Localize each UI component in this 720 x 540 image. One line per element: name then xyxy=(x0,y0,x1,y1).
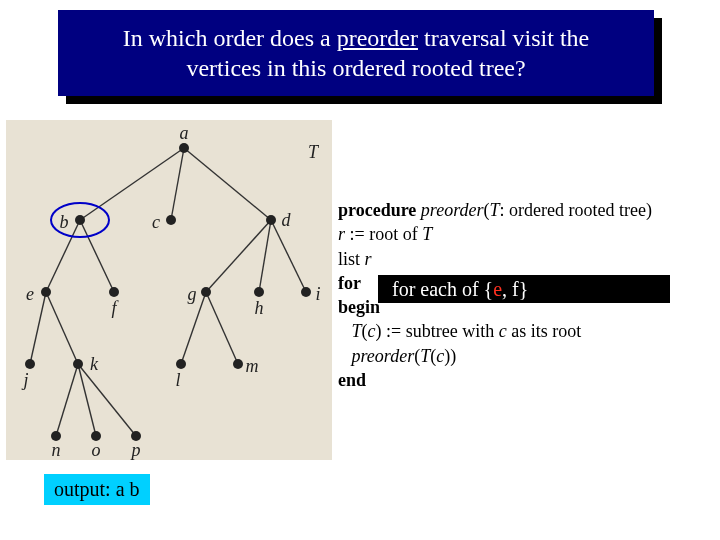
svg-point-17 xyxy=(166,215,176,225)
title-box: In which order does a preorder traversal… xyxy=(58,10,654,96)
code-line-6: T(c) := subtree with c as its root xyxy=(338,319,708,343)
node-label-m: m xyxy=(246,356,259,376)
node-label-g: g xyxy=(188,284,197,304)
kw-for: for xyxy=(338,273,361,293)
arg-T: T xyxy=(490,200,500,220)
text: := root of xyxy=(345,224,422,244)
svg-point-26 xyxy=(176,359,186,369)
svg-point-25 xyxy=(73,359,83,369)
node-label-d: d xyxy=(282,210,292,230)
node-label-h: h xyxy=(255,298,264,318)
svg-point-22 xyxy=(254,287,264,297)
output-box: output: a b xyxy=(44,474,150,505)
var-c: c xyxy=(499,321,507,341)
for-each-overlay: for each of {e, f} xyxy=(378,275,670,303)
node-label-l: l xyxy=(175,370,180,390)
tree-label-T: T xyxy=(308,142,320,162)
svg-point-19 xyxy=(41,287,51,297)
title-prefix: In which order does a xyxy=(123,25,337,51)
title-banner: In which order does a preorder traversal… xyxy=(58,10,662,104)
node-label-f: f xyxy=(111,298,119,318)
kw-procedure: procedure xyxy=(338,200,421,220)
kw-end: end xyxy=(338,370,366,390)
var-r: r xyxy=(338,224,345,244)
proc-name: preorder xyxy=(352,346,415,366)
text: as its root xyxy=(507,321,582,341)
svg-line-1 xyxy=(171,148,184,220)
svg-point-24 xyxy=(25,359,35,369)
node-label-p: p xyxy=(130,440,141,460)
code-line-2: r := root of T xyxy=(338,222,708,246)
node-label-o: o xyxy=(92,440,101,460)
svg-line-11 xyxy=(206,292,238,364)
var-T: T xyxy=(422,224,432,244)
svg-line-2 xyxy=(184,148,271,220)
svg-line-7 xyxy=(271,220,306,292)
code-line-3: list r xyxy=(338,247,708,271)
var-c: c xyxy=(436,346,444,366)
node-label-n: n xyxy=(52,440,61,460)
overlay-prefix: for each of { xyxy=(392,278,493,301)
overlay-red: e xyxy=(493,278,502,301)
proc-name: preorder xyxy=(421,200,484,220)
highlight-ring xyxy=(50,202,110,238)
code-line-7: preorder(T(c)) xyxy=(338,344,708,368)
node-label-k: k xyxy=(90,354,99,374)
kw-begin: begin xyxy=(338,297,380,317)
svg-point-20 xyxy=(109,287,119,297)
indent xyxy=(338,321,352,341)
var-T: T xyxy=(352,321,362,341)
svg-point-15 xyxy=(179,143,189,153)
svg-line-9 xyxy=(46,292,78,364)
svg-point-27 xyxy=(233,359,243,369)
node-label-e: e xyxy=(26,284,34,304)
tree-svg: a T b c d e f g h i j k l m n o p xyxy=(6,120,332,460)
node-label-a: a xyxy=(180,123,189,143)
text: )) xyxy=(444,346,456,366)
indent xyxy=(338,346,352,366)
var-T: T xyxy=(420,346,430,366)
code-line-1: procedure preorder(T: ordered rooted tre… xyxy=(338,198,708,222)
output-text: output: a b xyxy=(54,478,140,500)
node-label-j: j xyxy=(21,370,28,390)
text: list xyxy=(338,249,365,269)
node-label-c: c xyxy=(152,212,160,232)
svg-point-21 xyxy=(201,287,211,297)
title-text: In which order does a preorder traversal… xyxy=(88,23,624,83)
title-underlined: preorder xyxy=(337,25,418,51)
tree-diagram: a T b c d e f g h i j k l m n o p xyxy=(6,120,332,460)
svg-point-23 xyxy=(301,287,311,297)
overlay-suffix: , f} xyxy=(502,278,528,301)
var-c: c xyxy=(368,321,376,341)
code-line-8: end xyxy=(338,368,708,392)
svg-point-18 xyxy=(266,215,276,225)
var-r: r xyxy=(365,249,372,269)
text: : ordered rooted tree) xyxy=(500,200,652,220)
node-label-i: i xyxy=(315,284,320,304)
svg-line-12 xyxy=(56,364,78,436)
text: ) := subtree with xyxy=(376,321,499,341)
